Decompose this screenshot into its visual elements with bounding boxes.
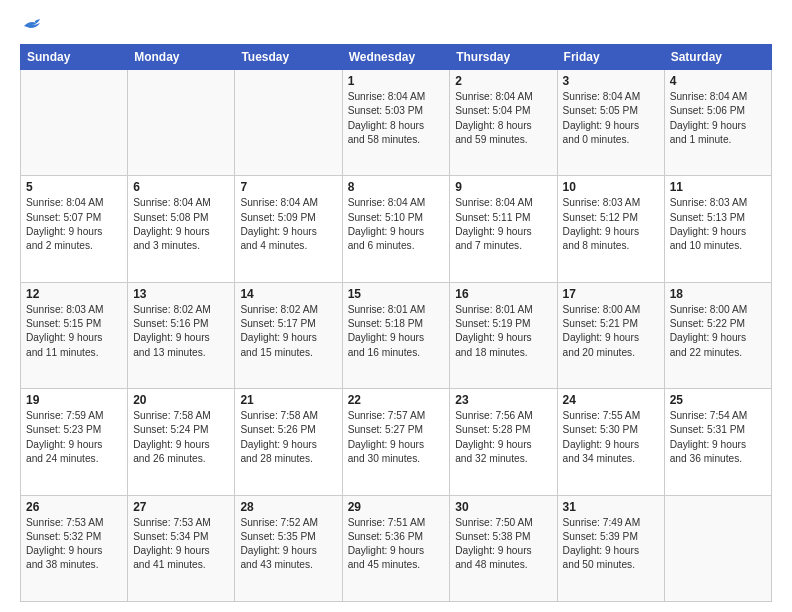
day-number: 1 — [348, 74, 445, 88]
calendar-cell — [235, 70, 342, 176]
day-number: 5 — [26, 180, 122, 194]
calendar-cell: 15Sunrise: 8:01 AMSunset: 5:18 PMDayligh… — [342, 282, 450, 388]
weekday-header-thursday: Thursday — [450, 45, 557, 70]
calendar-header-row: SundayMondayTuesdayWednesdayThursdayFrid… — [21, 45, 772, 70]
calendar-cell: 22Sunrise: 7:57 AMSunset: 5:27 PMDayligh… — [342, 389, 450, 495]
day-info: Sunrise: 7:59 AMSunset: 5:23 PMDaylight:… — [26, 409, 122, 466]
day-info: Sunrise: 8:02 AMSunset: 5:16 PMDaylight:… — [133, 303, 229, 360]
day-number: 2 — [455, 74, 551, 88]
day-info: Sunrise: 8:04 AMSunset: 5:06 PMDaylight:… — [670, 90, 766, 147]
weekday-header-friday: Friday — [557, 45, 664, 70]
logo — [20, 18, 42, 34]
day-number: 3 — [563, 74, 659, 88]
day-info: Sunrise: 8:03 AMSunset: 5:12 PMDaylight:… — [563, 196, 659, 253]
calendar-cell: 9Sunrise: 8:04 AMSunset: 5:11 PMDaylight… — [450, 176, 557, 282]
calendar-cell: 23Sunrise: 7:56 AMSunset: 5:28 PMDayligh… — [450, 389, 557, 495]
weekday-header-sunday: Sunday — [21, 45, 128, 70]
calendar-week-2: 5Sunrise: 8:04 AMSunset: 5:07 PMDaylight… — [21, 176, 772, 282]
day-number: 28 — [240, 500, 336, 514]
calendar-cell: 13Sunrise: 8:02 AMSunset: 5:16 PMDayligh… — [128, 282, 235, 388]
day-number: 27 — [133, 500, 229, 514]
day-info: Sunrise: 7:49 AMSunset: 5:39 PMDaylight:… — [563, 516, 659, 573]
calendar-cell: 16Sunrise: 8:01 AMSunset: 5:19 PMDayligh… — [450, 282, 557, 388]
day-number: 7 — [240, 180, 336, 194]
day-info: Sunrise: 8:04 AMSunset: 5:08 PMDaylight:… — [133, 196, 229, 253]
calendar-cell: 1Sunrise: 8:04 AMSunset: 5:03 PMDaylight… — [342, 70, 450, 176]
day-number: 13 — [133, 287, 229, 301]
day-number: 23 — [455, 393, 551, 407]
day-info: Sunrise: 8:04 AMSunset: 5:04 PMDaylight:… — [455, 90, 551, 147]
calendar-cell: 12Sunrise: 8:03 AMSunset: 5:15 PMDayligh… — [21, 282, 128, 388]
calendar-cell — [664, 495, 771, 601]
calendar-cell: 18Sunrise: 8:00 AMSunset: 5:22 PMDayligh… — [664, 282, 771, 388]
calendar-week-1: 1Sunrise: 8:04 AMSunset: 5:03 PMDaylight… — [21, 70, 772, 176]
day-number: 22 — [348, 393, 445, 407]
day-number: 25 — [670, 393, 766, 407]
day-number: 10 — [563, 180, 659, 194]
day-info: Sunrise: 8:00 AMSunset: 5:22 PMDaylight:… — [670, 303, 766, 360]
calendar-cell: 21Sunrise: 7:58 AMSunset: 5:26 PMDayligh… — [235, 389, 342, 495]
day-info: Sunrise: 8:01 AMSunset: 5:19 PMDaylight:… — [455, 303, 551, 360]
calendar-cell: 6Sunrise: 8:04 AMSunset: 5:08 PMDaylight… — [128, 176, 235, 282]
calendar-cell: 29Sunrise: 7:51 AMSunset: 5:36 PMDayligh… — [342, 495, 450, 601]
calendar-cell — [21, 70, 128, 176]
calendar-week-5: 26Sunrise: 7:53 AMSunset: 5:32 PMDayligh… — [21, 495, 772, 601]
calendar-cell: 26Sunrise: 7:53 AMSunset: 5:32 PMDayligh… — [21, 495, 128, 601]
day-info: Sunrise: 8:00 AMSunset: 5:21 PMDaylight:… — [563, 303, 659, 360]
calendar-cell: 28Sunrise: 7:52 AMSunset: 5:35 PMDayligh… — [235, 495, 342, 601]
day-number: 26 — [26, 500, 122, 514]
calendar-cell: 8Sunrise: 8:04 AMSunset: 5:10 PMDaylight… — [342, 176, 450, 282]
day-number: 29 — [348, 500, 445, 514]
logo-bird-icon — [22, 18, 42, 34]
day-info: Sunrise: 7:58 AMSunset: 5:26 PMDaylight:… — [240, 409, 336, 466]
day-number: 15 — [348, 287, 445, 301]
day-number: 8 — [348, 180, 445, 194]
day-number: 4 — [670, 74, 766, 88]
header — [20, 18, 772, 34]
day-info: Sunrise: 7:54 AMSunset: 5:31 PMDaylight:… — [670, 409, 766, 466]
day-number: 9 — [455, 180, 551, 194]
calendar-cell: 30Sunrise: 7:50 AMSunset: 5:38 PMDayligh… — [450, 495, 557, 601]
calendar-cell: 7Sunrise: 8:04 AMSunset: 5:09 PMDaylight… — [235, 176, 342, 282]
calendar-cell: 31Sunrise: 7:49 AMSunset: 5:39 PMDayligh… — [557, 495, 664, 601]
day-info: Sunrise: 8:04 AMSunset: 5:09 PMDaylight:… — [240, 196, 336, 253]
weekday-header-tuesday: Tuesday — [235, 45, 342, 70]
day-number: 14 — [240, 287, 336, 301]
day-number: 17 — [563, 287, 659, 301]
calendar-cell: 2Sunrise: 8:04 AMSunset: 5:04 PMDaylight… — [450, 70, 557, 176]
day-number: 31 — [563, 500, 659, 514]
calendar-cell: 19Sunrise: 7:59 AMSunset: 5:23 PMDayligh… — [21, 389, 128, 495]
day-info: Sunrise: 7:53 AMSunset: 5:34 PMDaylight:… — [133, 516, 229, 573]
day-info: Sunrise: 8:01 AMSunset: 5:18 PMDaylight:… — [348, 303, 445, 360]
day-info: Sunrise: 7:51 AMSunset: 5:36 PMDaylight:… — [348, 516, 445, 573]
day-info: Sunrise: 8:04 AMSunset: 5:05 PMDaylight:… — [563, 90, 659, 147]
calendar-cell: 25Sunrise: 7:54 AMSunset: 5:31 PMDayligh… — [664, 389, 771, 495]
day-number: 12 — [26, 287, 122, 301]
day-number: 18 — [670, 287, 766, 301]
calendar-cell: 14Sunrise: 8:02 AMSunset: 5:17 PMDayligh… — [235, 282, 342, 388]
day-info: Sunrise: 8:02 AMSunset: 5:17 PMDaylight:… — [240, 303, 336, 360]
day-info: Sunrise: 7:58 AMSunset: 5:24 PMDaylight:… — [133, 409, 229, 466]
calendar-cell: 3Sunrise: 8:04 AMSunset: 5:05 PMDaylight… — [557, 70, 664, 176]
calendar-cell: 20Sunrise: 7:58 AMSunset: 5:24 PMDayligh… — [128, 389, 235, 495]
calendar-cell: 11Sunrise: 8:03 AMSunset: 5:13 PMDayligh… — [664, 176, 771, 282]
page: SundayMondayTuesdayWednesdayThursdayFrid… — [0, 0, 792, 612]
day-info: Sunrise: 8:03 AMSunset: 5:13 PMDaylight:… — [670, 196, 766, 253]
weekday-header-saturday: Saturday — [664, 45, 771, 70]
day-info: Sunrise: 7:57 AMSunset: 5:27 PMDaylight:… — [348, 409, 445, 466]
calendar-table: SundayMondayTuesdayWednesdayThursdayFrid… — [20, 44, 772, 602]
day-info: Sunrise: 7:56 AMSunset: 5:28 PMDaylight:… — [455, 409, 551, 466]
day-number: 21 — [240, 393, 336, 407]
day-info: Sunrise: 7:53 AMSunset: 5:32 PMDaylight:… — [26, 516, 122, 573]
day-number: 11 — [670, 180, 766, 194]
calendar-cell: 10Sunrise: 8:03 AMSunset: 5:12 PMDayligh… — [557, 176, 664, 282]
calendar-cell: 27Sunrise: 7:53 AMSunset: 5:34 PMDayligh… — [128, 495, 235, 601]
day-info: Sunrise: 7:52 AMSunset: 5:35 PMDaylight:… — [240, 516, 336, 573]
day-info: Sunrise: 7:50 AMSunset: 5:38 PMDaylight:… — [455, 516, 551, 573]
calendar-week-4: 19Sunrise: 7:59 AMSunset: 5:23 PMDayligh… — [21, 389, 772, 495]
calendar-cell: 17Sunrise: 8:00 AMSunset: 5:21 PMDayligh… — [557, 282, 664, 388]
day-info: Sunrise: 7:55 AMSunset: 5:30 PMDaylight:… — [563, 409, 659, 466]
day-info: Sunrise: 8:04 AMSunset: 5:03 PMDaylight:… — [348, 90, 445, 147]
day-info: Sunrise: 8:03 AMSunset: 5:15 PMDaylight:… — [26, 303, 122, 360]
day-info: Sunrise: 8:04 AMSunset: 5:11 PMDaylight:… — [455, 196, 551, 253]
